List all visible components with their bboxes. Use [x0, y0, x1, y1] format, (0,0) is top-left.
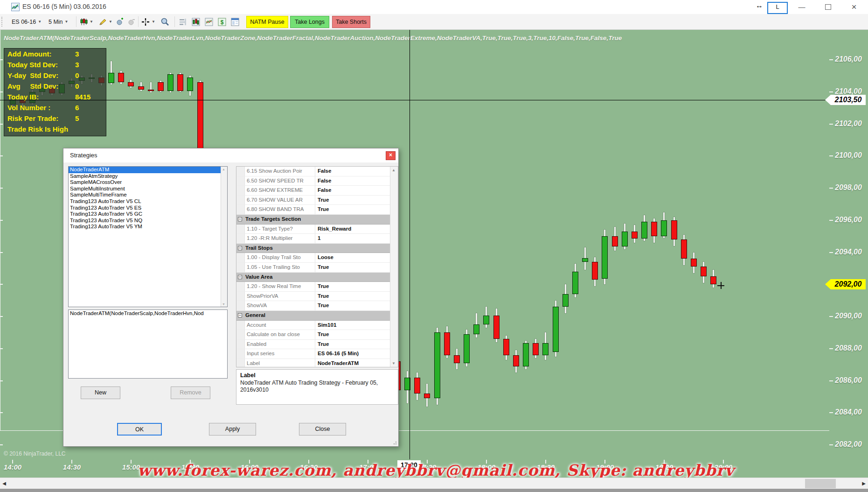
data-series-button[interactable] — [192, 14, 200, 29]
property-grid[interactable]: 6.15 Show Auction PoirFalse6.50 SHOW SPE… — [236, 166, 398, 367]
property-value[interactable]: False — [315, 167, 398, 176]
horizontal-scrollbar[interactable]: ◀ ▶ — [0, 478, 868, 489]
property-row[interactable]: Input seriesES 06-16 (5 Min) — [236, 349, 398, 359]
scrollbar-thumb[interactable] — [805, 479, 836, 488]
property-row[interactable]: 1.05 - Use Trailing StoTrue — [236, 263, 398, 273]
scroll-left-icon[interactable]: ◀ — [0, 478, 8, 489]
property-row[interactable]: 1.20 - Show Real TimeTrue — [236, 282, 398, 292]
resize-grip[interactable] — [392, 440, 396, 444]
property-value[interactable]: Sim101 — [315, 321, 398, 330]
close-button[interactable]: × — [843, 0, 865, 14]
property-grid-scrollbar[interactable]: ▲ ▼ — [390, 167, 398, 367]
property-row[interactable]: 6.60 SHOW EXTREMEFalse — [236, 186, 398, 196]
chart-objects-button[interactable] — [179, 14, 187, 29]
ok-button[interactable]: OK — [117, 423, 162, 436]
strategy-list-item[interactable]: Trading123 AutoTrader V5 YM — [69, 224, 227, 230]
collapse-icon[interactable]: − — [238, 313, 242, 317]
property-row[interactable]: LabelNodeTraderATM — [236, 359, 398, 367]
property-row[interactable]: EnabledTrue — [236, 340, 398, 350]
property-row[interactable]: Calculate on bar closeTrue — [236, 330, 398, 340]
apply-button[interactable]: Apply — [209, 423, 256, 436]
remove-indicator-button-disabled[interactable] — [127, 14, 135, 29]
strategy-list-item[interactable]: Trading123 AutoTrader V5 GC — [69, 211, 227, 218]
property-row[interactable]: 1.10 - Target Type?Risk_Reward — [236, 225, 398, 234]
scroll-right-icon[interactable]: ▶ — [860, 478, 868, 489]
strategy-list-item[interactable]: Trading123 AutoTrader V5 ES — [69, 205, 227, 211]
property-value[interactable]: ES 06-16 (5 Min) — [315, 349, 398, 358]
property-row[interactable]: 1.20 -R:R Multiplier1 — [236, 234, 398, 244]
property-value[interactable]: Loose — [315, 253, 398, 262]
strategy-listbox[interactable]: ▲ ▼ NodeTraderATMSampleAtmStrategySample… — [68, 166, 228, 307]
maximize-button[interactable] — [817, 0, 839, 14]
candle-body — [108, 73, 114, 83]
crosshair-button[interactable]: ▼ — [141, 14, 155, 29]
collapse-icon[interactable]: − — [238, 217, 242, 221]
instrument-selector[interactable]: ES 06-16 ▼ — [12, 14, 42, 29]
link-button[interactable]: L — [767, 2, 788, 14]
configured-strategy-listbox[interactable]: NodeTraderATM(NodeTraderScalp,NodeTrader… — [68, 309, 228, 379]
property-value[interactable]: 1 — [315, 234, 398, 243]
property-row[interactable]: 6.50 SHOW SPEED TRFalse — [236, 176, 398, 186]
account-data-button[interactable]: $ — [218, 14, 226, 29]
property-section-row[interactable]: −General — [236, 311, 398, 321]
strategy-list-item[interactable]: SampleMultiTimeFrame — [69, 192, 227, 198]
scroll-down-icon[interactable]: ▼ — [392, 361, 396, 365]
property-value[interactable]: False — [315, 186, 398, 195]
property-row[interactable]: ShowPriorVATrue — [236, 292, 398, 302]
properties-button[interactable] — [231, 14, 239, 29]
chart-style-button[interactable]: ▼ — [80, 14, 93, 29]
price-tick — [829, 380, 833, 381]
property-row[interactable]: 1.00 - Display Trail StoLoose — [236, 253, 398, 263]
scroll-up-icon[interactable]: ▲ — [392, 168, 396, 172]
strategy-list-item[interactable]: SampleAtmStrategy — [69, 173, 227, 180]
natm-pause-button[interactable]: NATM Pause — [246, 16, 288, 28]
collapse-icon[interactable]: − — [238, 275, 242, 279]
collapse-icon[interactable]: − — [238, 246, 242, 250]
property-row[interactable]: AccountSim101 — [236, 321, 398, 330]
property-margin — [236, 186, 245, 195]
property-section-row[interactable]: −Value Area — [236, 273, 398, 282]
property-value[interactable]: True — [315, 301, 398, 310]
interval-selector[interactable]: 5 Min ▼ — [49, 14, 69, 29]
scroll-up-icon[interactable]: ▲ — [222, 168, 225, 171]
candle-body — [542, 343, 549, 355]
strategy-list-item[interactable]: Trading123 AutoTrader V5 CL — [69, 198, 227, 205]
configured-strategy-item[interactable]: NodeTraderATM(NodeTraderScalp,NodeTrader… — [69, 310, 227, 317]
property-section-row[interactable]: −Trade Targets Section — [236, 215, 398, 225]
dialog-close-button[interactable]: × — [386, 151, 396, 160]
close-dialog-button[interactable]: Close — [299, 423, 346, 436]
property-margin — [236, 263, 245, 272]
strategy-list-item[interactable]: SampleMACrossOver — [69, 179, 227, 186]
chart-trader-button[interactable] — [205, 14, 213, 29]
minimize-button[interactable]: — — [791, 0, 812, 14]
property-value[interactable]: True — [315, 205, 398, 214]
property-row[interactable]: 6.80 SHOW BAND TRATrue — [236, 205, 398, 215]
add-indicator-button[interactable] — [116, 14, 124, 29]
property-row[interactable]: 6.15 Show Auction PoirFalse — [236, 167, 398, 176]
property-value[interactable]: True — [315, 292, 398, 301]
property-value[interactable]: True — [315, 330, 398, 339]
take-shorts-button[interactable]: Take Shorts — [332, 16, 370, 28]
zoom-button[interactable] — [160, 14, 169, 29]
take-longs-button[interactable]: Take Longs — [290, 16, 329, 28]
property-row[interactable]: ShowVATrue — [236, 301, 398, 311]
new-button[interactable]: New — [81, 387, 120, 399]
property-value[interactable]: False — [315, 176, 398, 186]
strategy-list-item[interactable]: Trading123 AutoTrader V5 NQ — [69, 218, 227, 224]
property-value[interactable]: True — [315, 340, 398, 349]
property-value[interactable]: NodeTraderATM — [315, 359, 398, 367]
property-value[interactable]: True — [315, 282, 398, 291]
strategy-list-item[interactable]: NodeTraderATM — [69, 167, 227, 173]
dialog-title-bar[interactable]: Strategies × — [63, 148, 398, 162]
listbox-scrollbar[interactable]: ▲ ▼ — [221, 167, 227, 307]
toolbar-grip[interactable] — [1, 17, 4, 27]
drawing-tools-button[interactable]: ▼ — [99, 14, 112, 29]
property-value[interactable]: Risk_Reward — [315, 225, 398, 234]
property-row[interactable]: 6.70 SHOW VALUE ARTrue — [236, 196, 398, 205]
property-value[interactable]: True — [315, 196, 398, 205]
scroll-down-icon[interactable]: ▼ — [222, 302, 225, 306]
property-section-row[interactable]: −Trail Stops — [236, 244, 398, 253]
strategy-list-item[interactable]: SampleMultiInstrument — [69, 186, 227, 192]
remove-button[interactable]: Remove — [171, 387, 210, 399]
property-value[interactable]: True — [315, 263, 398, 272]
